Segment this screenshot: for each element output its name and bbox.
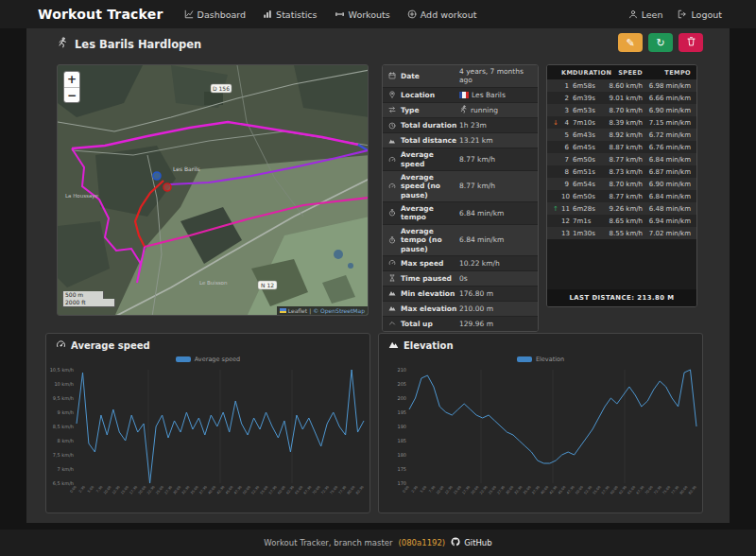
refresh-button[interactable]: ↻ xyxy=(648,33,673,52)
table-row: 6 6m45s 8.87 km/h 6.76 min/km xyxy=(547,141,696,153)
split-tempo: 6.87 min/km xyxy=(648,168,691,176)
stat-value: 6.84 min/km xyxy=(459,209,532,217)
legend-swatch[interactable] xyxy=(176,356,191,362)
attribution-separator: | xyxy=(309,307,311,314)
split-tempo: 7.15 min/km xyxy=(648,119,691,127)
road-label-n12: N 12 xyxy=(258,281,277,289)
svg-text:52:30: 52:30 xyxy=(250,485,260,495)
stat-value: 8.77 km/h xyxy=(459,182,532,190)
start-marker[interactable] xyxy=(153,172,161,180)
svg-text:210: 210 xyxy=(397,367,406,373)
tempo-icon xyxy=(388,236,401,244)
map-pond xyxy=(334,250,343,259)
nav-add-workout[interactable]: Add workout xyxy=(407,9,477,20)
legend-swatch[interactable] xyxy=(517,356,532,362)
stat-value-text: 1h 23m xyxy=(459,121,487,130)
map-zoom-control: + − xyxy=(63,71,80,103)
svg-text:30:00: 30:00 xyxy=(173,485,182,495)
nav-statistics[interactable]: Statistics xyxy=(263,9,317,20)
legend-label[interactable]: Average speed xyxy=(195,356,240,363)
stat-row: Date 4 years, 7 months ago xyxy=(383,65,538,88)
stat-label: Average speed (no pause) xyxy=(401,173,459,200)
svg-text:65:00: 65:00 xyxy=(295,485,304,495)
nav-logout[interactable]: Logout xyxy=(678,9,722,20)
stat-value: 0s xyxy=(459,274,532,283)
nav-workouts[interactable]: Workouts xyxy=(335,9,390,20)
user-icon xyxy=(628,9,638,19)
split-km: 10 xyxy=(561,193,573,200)
splits-body: 1 6m58s 8.60 km/h 6.98 min/km 2 6m39s 9.… xyxy=(547,79,696,239)
trash-icon xyxy=(687,37,696,48)
elevation-chart-title-row: Elevation xyxy=(379,334,702,354)
svg-text:70:00: 70:00 xyxy=(312,485,321,495)
svg-text:72:30: 72:30 xyxy=(653,485,662,495)
app-brand[interactable]: Workout Tracker xyxy=(38,7,163,22)
nav-dashboard[interactable]: Dashboard xyxy=(184,9,247,20)
zoom-in-button[interactable]: + xyxy=(64,72,79,87)
svg-text:40:00: 40:00 xyxy=(207,485,216,495)
place-label-les-barils: Les Barils xyxy=(173,165,200,172)
svg-text:17:30: 17:30 xyxy=(129,485,139,495)
split-tempo: 6.76 min/km xyxy=(648,144,691,151)
split-speed: 8.60 km/h xyxy=(607,82,648,90)
delete-button[interactable] xyxy=(679,33,703,52)
split-duration: 6m50s xyxy=(573,156,607,164)
osm-link[interactable]: © OpenStreetMap xyxy=(313,307,365,314)
stat-value-text: 6.84 min/km xyxy=(459,209,504,217)
stat-value: 210.00 m xyxy=(459,304,532,313)
stat-value: 13.21 km xyxy=(459,136,532,145)
gauge-icon xyxy=(56,339,66,352)
svg-text:57:30: 57:30 xyxy=(268,485,278,495)
split-tempo: 6.66 min/km xyxy=(648,95,691,102)
elevation-chart: 1701751801851901952002052100:002:305:007… xyxy=(379,364,702,506)
split-speed: 9.01 km/h xyxy=(607,95,648,102)
nav-right: Leen Logout xyxy=(628,9,722,20)
elevation-chart-title: Elevation xyxy=(404,340,454,351)
legend-label[interactable]: Elevation xyxy=(536,356,564,363)
stat-value-text: 13.21 km xyxy=(459,136,493,145)
split-duration: 6m28s xyxy=(573,205,607,213)
github-link[interactable]: GitHub xyxy=(451,537,491,548)
nav-add-workout-label: Add workout xyxy=(421,9,477,20)
stat-value-text: 10.22 km/h xyxy=(459,259,500,268)
svg-text:42:30: 42:30 xyxy=(549,485,558,495)
end-marker[interactable] xyxy=(163,183,171,191)
average-speed-legend[interactable]: Average speed xyxy=(46,356,369,363)
stat-label: Total up xyxy=(401,320,459,328)
svg-text:32:30: 32:30 xyxy=(514,485,524,495)
route-map[interactable]: D 156 N 12 Les Barils La Houssaye Le Bui… xyxy=(57,64,369,316)
svg-text:52:30: 52:30 xyxy=(583,485,593,495)
edit-button[interactable]: ✎ xyxy=(618,33,643,52)
stat-value-text: Les Barils xyxy=(472,91,506,99)
svg-text:22:30: 22:30 xyxy=(479,485,489,495)
trend-arrow-icon: ↓ xyxy=(553,119,561,127)
stat-row: Average speed 8.77 km/h xyxy=(383,148,538,171)
svg-text:9,5 km/h: 9,5 km/h xyxy=(53,395,74,401)
elevation-legend[interactable]: Elevation xyxy=(379,356,702,363)
split-speed: 9.26 km/h xyxy=(607,205,648,213)
svg-text:80:00: 80:00 xyxy=(679,485,689,495)
split-tempo: 6.98 min/km xyxy=(648,82,691,90)
mountain-icon xyxy=(388,289,401,297)
svg-text:12:30: 12:30 xyxy=(112,485,121,495)
road-label-d156: D 156 xyxy=(211,84,232,93)
svg-text:N 12: N 12 xyxy=(261,282,274,288)
svg-text:9 km/h: 9 km/h xyxy=(58,409,74,415)
ukraine-flag-icon xyxy=(280,308,286,313)
stat-value-text: 8.77 km/h xyxy=(459,182,495,190)
map-pond xyxy=(348,263,353,269)
logout-icon xyxy=(678,9,687,19)
svg-text:57:30: 57:30 xyxy=(601,485,610,495)
stat-value: 1h 23m xyxy=(459,121,532,130)
calendar-icon xyxy=(388,72,401,79)
nav-user[interactable]: Leen xyxy=(628,9,663,20)
split-speed: 8.87 km/h xyxy=(607,144,648,151)
split-duration: 7m1s xyxy=(573,217,607,225)
stat-row: Total up 129.96 m xyxy=(383,317,538,332)
leaflet-link[interactable]: Leaflet xyxy=(288,307,307,314)
split-km: 4 xyxy=(561,119,573,127)
split-tempo: 6.72 min/km xyxy=(648,131,691,139)
zoom-out-button[interactable]: − xyxy=(64,87,79,102)
stat-value-text: 129.96 m xyxy=(459,320,493,328)
stat-row: Max speed 10.22 km/h xyxy=(383,256,538,271)
